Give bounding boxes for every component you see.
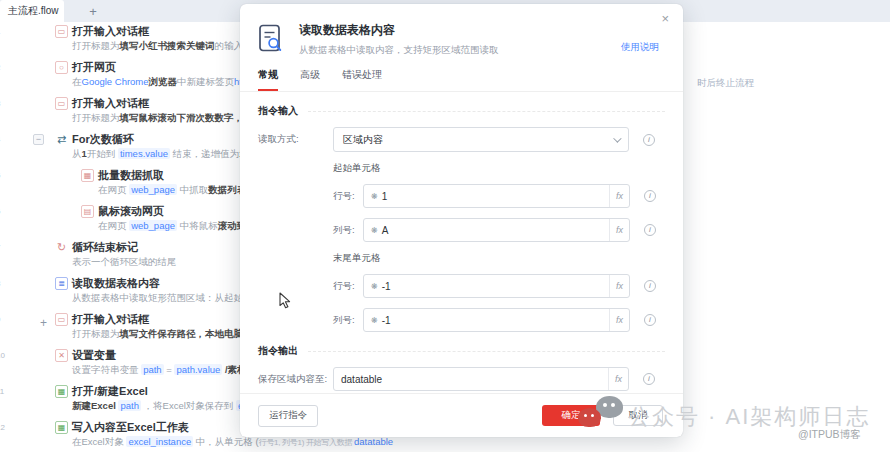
dialog-title: 读取数据表格内容 xyxy=(299,22,663,39)
loop-icon: ⇄ xyxy=(55,133,68,146)
step-line-number: 3 xyxy=(0,99,9,108)
read-mode-select[interactable]: 区域内容 xyxy=(333,127,629,152)
step-line-number: 5 xyxy=(0,171,9,180)
table-read-icon: ≣ xyxy=(55,277,68,290)
value-type-icon: ❋ xyxy=(371,316,378,325)
end-cell-label: 末尾单元格 xyxy=(333,252,665,265)
end-col-input[interactable]: ❋ -1 fx xyxy=(363,308,630,332)
add-tab-button[interactable]: + xyxy=(78,0,108,22)
section-divider xyxy=(308,111,665,112)
end-row-input[interactable]: ❋ -1 fx xyxy=(363,274,630,298)
step-line-number: 6 xyxy=(0,207,9,216)
step-line-number: 4 xyxy=(0,135,9,144)
step-line-number: 1 xyxy=(0,27,9,36)
help-link[interactable]: 使用说明 xyxy=(621,41,659,54)
start-row-field: 行号: ❋ 1 fx xyxy=(333,184,665,208)
dialog-body: 指令输入 读取方式: 区域内容 起始单元格 行号: ❋ 1 fx xyxy=(240,92,683,391)
output-input[interactable]: datatable fx xyxy=(333,367,629,391)
fx-button[interactable]: fx xyxy=(609,309,629,331)
fx-button[interactable]: fx xyxy=(609,275,629,297)
end-col-value: -1 xyxy=(382,315,391,326)
step-line-number: 10 xyxy=(0,351,9,360)
dialog-footer: 运行指令 确定 取消 xyxy=(240,393,683,437)
start-row-value: 1 xyxy=(382,191,388,202)
cancel-button[interactable]: 取消 xyxy=(613,405,663,426)
step-line-number: 12 xyxy=(0,423,9,432)
read-mode-label: 读取方式: xyxy=(258,133,333,146)
end-row-field: 行号: ❋ -1 fx xyxy=(333,274,665,298)
value-type-icon: ❋ xyxy=(371,282,378,291)
info-icon[interactable] xyxy=(644,190,656,202)
read-mode-value: 区域内容 xyxy=(343,133,383,147)
dialog-subtitle: 从数据表格中读取内容，支持矩形区域范围读取 xyxy=(299,44,663,57)
start-row-input[interactable]: ❋ 1 fx xyxy=(363,184,630,208)
watermark-subtext: @ITPUB博客 xyxy=(798,428,861,442)
step-line-number: 9 xyxy=(0,315,9,324)
webpage-icon: ○ xyxy=(55,61,68,74)
start-cell-label: 起始单元格 xyxy=(333,162,665,175)
run-command-button[interactable]: 运行指令 xyxy=(258,405,318,427)
start-col-input[interactable]: ❋ A fx xyxy=(363,218,630,242)
read-table-dialog: × 读取数据表格内容 从数据表格中读取内容，支持矩形区域范围读取 使用说明 常规… xyxy=(240,4,683,437)
info-icon[interactable] xyxy=(643,134,655,146)
read-mode-row: 读取方式: 区域内容 xyxy=(258,127,665,152)
dialog-tab-2[interactable]: 错误处理 xyxy=(342,68,382,91)
step-line-number: 8 xyxy=(0,279,9,288)
value-type-icon: ❋ xyxy=(371,192,378,201)
value-type-icon: ❋ xyxy=(371,226,378,235)
variable-icon: ✕ xyxy=(55,349,68,362)
excel-write-icon: ▦ xyxy=(55,421,68,434)
dialog-header: 读取数据表格内容 从数据表格中读取内容，支持矩形区域范围读取 使用说明 xyxy=(240,4,683,57)
step-line-number: 11 xyxy=(0,387,9,396)
tab-label: 主流程.flow xyxy=(8,4,59,18)
fx-button[interactable]: fx xyxy=(609,219,629,241)
document-search-icon xyxy=(258,24,284,58)
info-icon[interactable] xyxy=(644,224,656,236)
loop-end-icon: ↻ xyxy=(55,241,68,254)
dialog-icon: ▭ xyxy=(55,25,68,38)
step-description: 在Excel对象 excel_instance 中，从单元格 (行号1, 列号1… xyxy=(72,435,520,450)
dialog-icon: ▭ xyxy=(55,97,68,110)
info-icon[interactable] xyxy=(643,373,655,385)
step-line-number: 2 xyxy=(0,63,9,72)
fx-button[interactable]: fx xyxy=(609,185,629,207)
insert-step-button[interactable]: + xyxy=(40,316,47,330)
confirm-button[interactable]: 确定 xyxy=(542,405,600,426)
end-row-value: -1 xyxy=(382,281,391,292)
end-col-field: 列号: ❋ -1 fx xyxy=(333,308,665,332)
info-icon[interactable] xyxy=(644,314,656,326)
fx-button[interactable]: fx xyxy=(608,368,628,390)
tab-main-flow[interactable]: 主流程.flow xyxy=(0,0,64,22)
dialog-icon: ▭ xyxy=(55,313,68,326)
output-field: 保存区域内容至: datatable fx xyxy=(258,367,665,391)
dialog-tab-0[interactable]: 常规 xyxy=(258,68,278,91)
info-icon[interactable] xyxy=(644,280,656,292)
grab-icon: ▦ xyxy=(81,169,94,182)
input-section-header: 指令输入 xyxy=(258,104,665,118)
dialog-tab-1[interactable]: 高级 xyxy=(300,68,320,91)
output-value: datatable xyxy=(341,374,382,385)
chevron-down-icon xyxy=(613,134,621,142)
start-col-value: A xyxy=(382,225,389,236)
output-section-header: 指令输出 xyxy=(258,344,665,358)
start-col-field: 列号: ❋ A fx xyxy=(333,218,665,242)
dialog-tabs: 常规高级错误处理 xyxy=(240,68,683,92)
excel-icon: ▦ xyxy=(55,385,68,398)
app-root: 主流程.flow + 1▭打开输入对话框打开标题为填写小红书搜索关键词的输入对话… xyxy=(0,0,890,452)
section-divider xyxy=(308,351,665,352)
mouse-icon: ▤ xyxy=(81,205,94,218)
step-line-number: 7 xyxy=(0,243,9,252)
output-label: 保存区域内容至: xyxy=(258,373,333,386)
background-text-fragment: 时后终止流程 xyxy=(697,77,754,90)
collapse-toggle[interactable]: − xyxy=(33,134,44,145)
